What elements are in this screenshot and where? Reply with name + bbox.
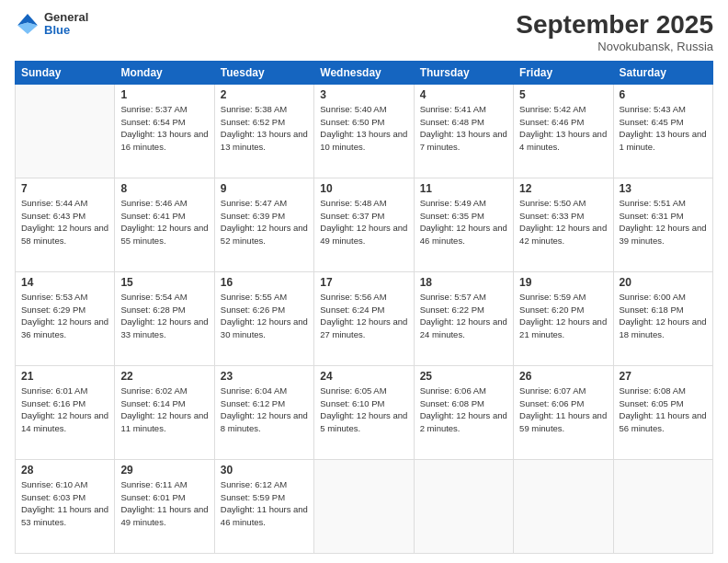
calendar-cell: 25Sunrise: 6:06 AMSunset: 6:08 PMDayligh…	[414, 365, 513, 459]
sunset-text: Sunset: 6:45 PM	[620, 116, 707, 129]
day-info: Sunrise: 5:42 AMSunset: 6:46 PMDaylight:…	[519, 103, 607, 154]
calendar-body: 1Sunrise: 5:37 AMSunset: 6:54 PMDaylight…	[16, 84, 713, 553]
day-info: Sunrise: 6:01 AMSunset: 6:16 PMDaylight:…	[21, 385, 108, 435]
daylight-text: Daylight: 12 hours and 46 minutes.	[420, 222, 507, 247]
sunrise-text: Sunrise: 6:07 AM	[519, 385, 607, 397]
day-number: 22	[120, 370, 208, 383]
daylight-text: Daylight: 12 hours and 21 minutes.	[519, 316, 607, 341]
calendar-header: SundayMondayTuesdayWednesdayThursdayFrid…	[16, 61, 713, 84]
day-info: Sunrise: 5:53 AMSunset: 6:29 PMDaylight:…	[21, 291, 108, 341]
day-info: Sunrise: 5:40 AMSunset: 6:50 PMDaylight:…	[320, 103, 407, 154]
week-row-3: 14Sunrise: 5:53 AMSunset: 6:29 PMDayligh…	[16, 271, 713, 365]
logo-text: General Blue	[44, 11, 88, 38]
sunset-text: Sunset: 6:54 PM	[120, 116, 208, 129]
day-number: 4	[420, 88, 507, 101]
sunrise-text: Sunrise: 5:59 AM	[519, 291, 607, 304]
sunrise-text: Sunrise: 5:42 AM	[519, 103, 607, 116]
subtitle: Novokubansk, Russia	[516, 40, 713, 53]
calendar-cell: 7Sunrise: 5:44 AMSunset: 6:43 PMDaylight…	[16, 178, 115, 271]
day-number: 7	[21, 182, 108, 195]
daylight-text: Daylight: 12 hours and 55 minutes.	[120, 222, 208, 247]
daylight-text: Daylight: 12 hours and 24 minutes.	[420, 316, 507, 341]
day-number: 21	[21, 370, 108, 383]
daylight-text: Daylight: 13 hours and 7 minutes.	[420, 128, 507, 154]
calendar-cell: 30Sunrise: 6:12 AMSunset: 5:59 PMDayligh…	[214, 459, 313, 553]
logo: General Blue	[15, 11, 88, 38]
sunrise-text: Sunrise: 6:08 AM	[620, 385, 707, 397]
day-number: 17	[320, 276, 407, 289]
daylight-text: Daylight: 11 hours and 49 minutes.	[120, 503, 208, 529]
sunrise-text: Sunrise: 6:02 AM	[120, 385, 208, 397]
day-number: 20	[620, 276, 707, 289]
calendar-cell: 12Sunrise: 5:50 AMSunset: 6:33 PMDayligh…	[514, 178, 613, 271]
calendar-cell: 29Sunrise: 6:11 AMSunset: 6:01 PMDayligh…	[115, 459, 214, 553]
sunset-text: Sunset: 6:22 PM	[420, 304, 507, 316]
day-number: 1	[120, 88, 208, 101]
sunrise-text: Sunrise: 5:47 AM	[221, 197, 308, 210]
sunrise-text: Sunrise: 5:40 AM	[320, 103, 407, 116]
calendar-cell: 24Sunrise: 6:05 AMSunset: 6:10 PMDayligh…	[314, 365, 414, 459]
calendar-cell: 2Sunrise: 5:38 AMSunset: 6:52 PMDaylight…	[214, 84, 313, 178]
daylight-text: Daylight: 12 hours and 49 minutes.	[320, 222, 407, 247]
sunset-text: Sunset: 6:20 PM	[519, 304, 607, 316]
day-number: 12	[519, 182, 607, 195]
sunrise-text: Sunrise: 5:55 AM	[221, 291, 308, 304]
sunrise-text: Sunrise: 5:41 AM	[420, 103, 507, 116]
day-info: Sunrise: 5:56 AMSunset: 6:24 PMDaylight:…	[320, 291, 407, 341]
sunrise-text: Sunrise: 5:56 AM	[320, 291, 407, 304]
daylight-text: Daylight: 11 hours and 53 minutes.	[21, 503, 108, 529]
sunset-text: Sunset: 6:39 PM	[221, 210, 308, 223]
calendar-cell	[314, 459, 414, 553]
calendar-cell: 11Sunrise: 5:49 AMSunset: 6:35 PMDayligh…	[414, 178, 513, 271]
sunset-text: Sunset: 6:37 PM	[320, 210, 407, 223]
daylight-text: Daylight: 12 hours and 58 minutes.	[21, 222, 108, 247]
sunrise-text: Sunrise: 6:11 AM	[120, 478, 208, 491]
daylight-text: Daylight: 12 hours and 30 minutes.	[221, 316, 308, 341]
day-number: 10	[320, 182, 407, 195]
day-number: 13	[620, 182, 707, 195]
day-info: Sunrise: 6:08 AMSunset: 6:05 PMDaylight:…	[620, 385, 707, 435]
daylight-text: Daylight: 12 hours and 2 minutes.	[420, 409, 507, 435]
sunset-text: Sunset: 5:59 PM	[221, 491, 308, 504]
calendar-cell: 8Sunrise: 5:46 AMSunset: 6:41 PMDaylight…	[115, 178, 214, 271]
day-number: 25	[420, 370, 507, 383]
calendar-cell: 19Sunrise: 5:59 AMSunset: 6:20 PMDayligh…	[514, 271, 613, 365]
sunset-text: Sunset: 6:14 PM	[120, 397, 208, 410]
calendar-cell: 9Sunrise: 5:47 AMSunset: 6:39 PMDaylight…	[214, 178, 313, 271]
logo-blue-label: Blue	[44, 24, 88, 37]
sunset-text: Sunset: 6:26 PM	[221, 304, 308, 316]
day-info: Sunrise: 5:54 AMSunset: 6:28 PMDaylight:…	[120, 291, 208, 341]
daylight-text: Daylight: 12 hours and 33 minutes.	[120, 316, 208, 341]
weekday-header-thursday: Thursday	[414, 61, 513, 84]
day-info: Sunrise: 6:12 AMSunset: 5:59 PMDaylight:…	[221, 478, 308, 529]
day-info: Sunrise: 6:02 AMSunset: 6:14 PMDaylight:…	[120, 385, 208, 435]
sunrise-text: Sunrise: 5:46 AM	[120, 197, 208, 210]
day-info: Sunrise: 6:00 AMSunset: 6:18 PMDaylight:…	[620, 291, 707, 341]
day-info: Sunrise: 6:04 AMSunset: 6:12 PMDaylight:…	[221, 385, 308, 435]
weekday-header-monday: Monday	[115, 61, 214, 84]
sunset-text: Sunset: 6:52 PM	[221, 116, 308, 129]
calendar-cell: 10Sunrise: 5:48 AMSunset: 6:37 PMDayligh…	[314, 178, 414, 271]
daylight-text: Daylight: 12 hours and 8 minutes.	[221, 409, 308, 435]
sunset-text: Sunset: 6:43 PM	[21, 210, 108, 223]
calendar-cell: 5Sunrise: 5:42 AMSunset: 6:46 PMDaylight…	[514, 84, 613, 178]
weekday-header-wednesday: Wednesday	[314, 61, 414, 84]
daylight-text: Daylight: 13 hours and 13 minutes.	[221, 128, 308, 154]
sunset-text: Sunset: 6:18 PM	[620, 304, 707, 316]
sunrise-text: Sunrise: 6:12 AM	[221, 478, 308, 491]
sunrise-text: Sunrise: 5:50 AM	[519, 197, 607, 210]
sunset-text: Sunset: 6:10 PM	[320, 397, 407, 410]
day-info: Sunrise: 5:59 AMSunset: 6:20 PMDaylight:…	[519, 291, 607, 341]
daylight-text: Daylight: 12 hours and 27 minutes.	[320, 316, 407, 341]
calendar-cell: 26Sunrise: 6:07 AMSunset: 6:06 PMDayligh…	[514, 365, 613, 459]
day-info: Sunrise: 5:43 AMSunset: 6:45 PMDaylight:…	[620, 103, 707, 154]
daylight-text: Daylight: 13 hours and 10 minutes.	[320, 128, 407, 154]
calendar-cell: 22Sunrise: 6:02 AMSunset: 6:14 PMDayligh…	[115, 365, 214, 459]
month-title: September 2025	[516, 11, 713, 40]
daylight-text: Daylight: 11 hours and 46 minutes.	[221, 503, 308, 529]
sunset-text: Sunset: 6:16 PM	[21, 397, 108, 410]
sunrise-text: Sunrise: 5:38 AM	[221, 103, 308, 116]
sunrise-text: Sunrise: 6:00 AM	[620, 291, 707, 304]
calendar-cell: 27Sunrise: 6:08 AMSunset: 6:05 PMDayligh…	[613, 365, 712, 459]
weekday-row: SundayMondayTuesdayWednesdayThursdayFrid…	[16, 61, 713, 84]
